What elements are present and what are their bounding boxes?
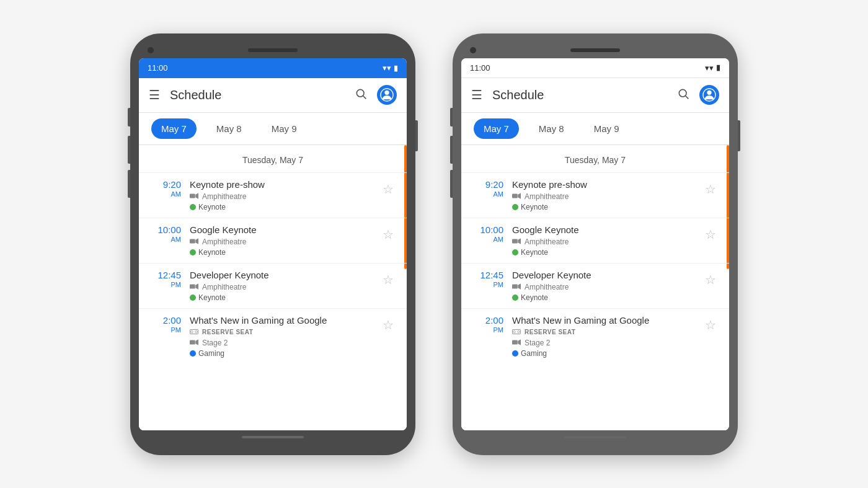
venue-3-left: Amphitheatre [202,283,246,291]
star-btn-2-right[interactable]: ☆ [702,226,719,243]
tag-dot-1-right [512,204,518,210]
video-icon-1-right [512,192,521,201]
venue-2-left: Amphitheatre [202,237,246,246]
power-button[interactable] [415,120,418,151]
volume-down-button[interactable] [128,136,130,164]
tag-label-4-right: Gaming [521,349,547,358]
schedule-content-left: Tuesday, May 7 9:20 AM Keynote pre-show [139,145,407,430]
star-btn-2-left[interactable]: ☆ [379,226,397,243]
date-tabs-right: May 7 May 8 May 9 [461,113,729,145]
volume-up-button[interactable] [128,108,130,126]
tab-may7-right[interactable]: May 7 [474,118,519,139]
svg-point-17 [707,91,711,95]
event-info-3-right: Developer Keynote Amphitheatre Keynote [512,270,702,302]
event-meta-3-right: Amphitheatre [512,283,702,291]
event-1-left[interactable]: 9:20 AM Keynote pre-show Amphitheatre [139,172,407,218]
power-button-right[interactable] [738,120,740,151]
star-btn-1-left[interactable]: ☆ [379,180,397,198]
status-icons-right: ▾▾ ▮ [705,63,720,73]
mute-button[interactable] [128,170,130,198]
event-3-right[interactable]: 12:45 PM Developer Keynote Amphitheatre [461,263,729,308]
wifi-icon-left: ▾▾ [383,63,391,73]
star-btn-1-right[interactable]: ☆ [702,180,719,198]
svg-rect-10 [190,329,198,334]
svg-rect-23 [512,284,518,288]
event-1-right[interactable]: 9:20 AM Keynote pre-show Amphitheatre [461,172,729,218]
event-2-left[interactable]: 10:00 AM Google Keynote Amphitheatre [139,218,407,263]
event-tag-2-right: Keynote [512,248,702,257]
svg-marker-5 [195,193,198,198]
menu-icon-right[interactable]: ☰ [471,87,482,102]
video-icon-2-right [512,237,521,246]
tag-dot-2-right [512,249,518,255]
tag-dot-4-left [190,350,196,357]
svg-marker-14 [195,339,198,345]
tab-may8-right[interactable]: May 8 [529,118,574,139]
app-bar-left: ☰ Schedule [139,78,407,113]
venue-1-left: Amphitheatre [202,192,246,201]
svg-point-12 [195,331,198,333]
event-meta-4-left: Stage 2 [190,339,379,347]
time-col-1-right: 9:20 AM [471,179,503,198]
star-btn-3-left[interactable]: ☆ [379,271,397,288]
tag-dot-4-right [512,350,518,357]
time-hour-3-right: 12:45 [471,270,503,281]
venue-1-right: Amphitheatre [525,192,569,201]
video-icon-1-left [190,192,198,201]
volume-up-button-right[interactable] [450,108,453,126]
tag-label-2-left: Keynote [198,248,226,257]
tab-may9-right[interactable]: May 9 [584,118,629,139]
star-btn-3-right[interactable]: ☆ [702,271,719,288]
date-tabs-left: May 7 May 8 May 9 [139,113,407,145]
event-tag-3-right: Keynote [512,293,702,302]
status-icons-left: ▾▾ ▮ [383,63,398,73]
time-hour-2-right: 10:00 [471,224,503,236]
tab-may7-left[interactable]: May 7 [151,118,197,139]
search-icon-left[interactable] [355,87,367,103]
time-ampm-3-left: PM [149,281,181,288]
time-hour-1-right: 9:20 [471,179,503,190]
event-tag-1-right: Keynote [512,203,702,211]
time-col-4-left: 2:00 PM [149,315,181,334]
svg-point-2 [384,91,389,95]
event-info-4-right: What's New in Gaming at Google RESERVE S… [512,315,702,358]
menu-icon-left[interactable]: ☰ [149,87,160,102]
tag-label-3-right: Keynote [521,293,548,302]
svg-point-11 [191,331,193,333]
event-4-left[interactable]: 2:00 PM What's New in Gaming at Google R… [139,308,407,364]
star-btn-4-left[interactable]: ☆ [379,316,397,334]
avatar-left[interactable] [377,85,397,105]
event-3-left[interactable]: 12:45 PM Developer Keynote Amphitheatre [139,263,407,308]
event-info-1-left: Keynote pre-show Amphitheatre Keynote [190,179,379,211]
tab-may9-left[interactable]: May 9 [262,118,307,139]
event-tag-3-left: Keynote [190,293,379,302]
time-hour-3-left: 12:45 [149,270,181,281]
svg-rect-13 [190,340,195,344]
reserve-meta-right: RESERVE SEAT [512,328,702,337]
battery-icon-left: ▮ [394,64,398,73]
event-title-3-left: Developer Keynote [190,270,379,280]
front-camera-right [470,47,476,53]
time-col-4-right: 2:00 PM [471,315,503,334]
event-meta-2-left: Amphitheatre [190,237,379,246]
event-meta-1-right: Amphitheatre [512,192,702,201]
event-meta-4-right: Stage 2 [512,339,702,347]
svg-rect-21 [512,239,518,243]
tag-label-1-left: Keynote [198,203,226,211]
mute-button-right[interactable] [450,170,453,198]
search-icon-right[interactable] [677,87,689,103]
event-4-right[interactable]: 2:00 PM What's New in Gaming at Google R… [461,308,729,364]
reserve-icon-right [512,328,521,337]
event-2-right[interactable]: 10:00 AM Google Keynote Amphitheatre [461,218,729,263]
tab-may8-left[interactable]: May 8 [206,118,252,139]
avatar-right[interactable] [699,85,719,105]
time-col-2-left: 10:00 AM [149,224,181,243]
event-info-3-left: Developer Keynote Amphitheatre Keynote [190,270,379,302]
event-tag-2-left: Keynote [190,248,379,257]
svg-marker-24 [518,283,521,289]
volume-down-button-right[interactable] [450,136,453,164]
tag-label-2-right: Keynote [521,248,548,257]
day-header-left: Tuesday, May 7 [139,145,407,172]
time-ampm-3-right: PM [471,281,503,288]
star-btn-4-right[interactable]: ☆ [702,316,719,334]
